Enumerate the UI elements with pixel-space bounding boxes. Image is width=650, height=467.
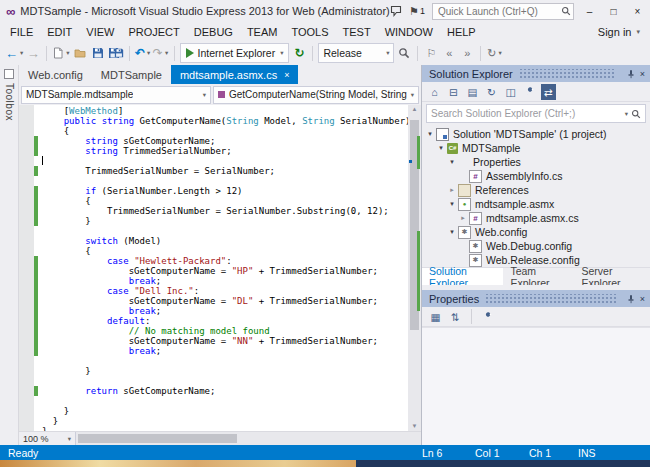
code-line[interactable]: TrimmedSerialNumber = SerialNumber;: [34, 166, 408, 176]
code-line[interactable]: // No matching model found: [34, 326, 408, 336]
code-line[interactable]: [WebMethod]: [34, 106, 408, 116]
tree-collapsed-icon[interactable]: ▸: [458, 214, 468, 222]
collapse-all-button[interactable]: ⊟: [446, 84, 461, 100]
code-line[interactable]: TrimmedSerialNumber = SerialNumber.Subst…: [34, 206, 408, 216]
maximize-button[interactable]: □: [605, 6, 622, 17]
editor-vertical-scrollbar[interactable]: ▲ ▼: [408, 105, 421, 431]
scroll-up-icon[interactable]: ▲: [412, 105, 418, 114]
tree-expanded-icon[interactable]: ▾: [447, 158, 457, 166]
menu-edit[interactable]: EDIT: [40, 24, 79, 40]
categorized-button[interactable]: ▦: [428, 309, 443, 325]
menu-window[interactable]: WINDOW: [378, 24, 440, 40]
code-line[interactable]: [34, 376, 408, 386]
refresh-browser-button[interactable]: ↻: [291, 43, 307, 63]
code-line[interactable]: if (SerialNumber.Length > 12): [34, 186, 408, 196]
view-code-button[interactable]: ◫: [503, 84, 518, 100]
menu-view[interactable]: VIEW: [79, 24, 121, 40]
tree-item[interactable]: ▸mdtsample.asmx.cs: [422, 211, 650, 225]
code-line[interactable]: string sGetComputerName;: [34, 136, 408, 146]
tree-expanded-icon[interactable]: ▾: [436, 144, 446, 152]
find-in-files-button[interactable]: [396, 43, 412, 63]
properties-button[interactable]: [522, 84, 537, 100]
zoom-dropdown[interactable]: 100 % ▾: [19, 432, 76, 445]
pin-icon[interactable]: [626, 69, 636, 79]
navigate-forward-button[interactable]: →: [25, 43, 41, 63]
save-button[interactable]: [90, 43, 106, 63]
menu-help[interactable]: HELP: [440, 24, 483, 40]
close-panel-icon[interactable]: ×: [640, 294, 645, 304]
tree-item[interactable]: ▾Solution 'MDTSample' (1 project): [422, 127, 650, 141]
code-line[interactable]: }: [34, 216, 408, 226]
solution-explorer-search[interactable]: Search Solution Explorer (Ctrl+;) ▾: [426, 104, 646, 123]
new-file-button[interactable]: ▾: [52, 43, 69, 63]
redo-button[interactable]: ↷▾: [153, 43, 169, 63]
tree-collapsed-icon[interactable]: ▸: [447, 186, 457, 194]
code-line[interactable]: break;: [34, 306, 408, 316]
quick-launch-input[interactable]: [432, 3, 574, 20]
tree-item[interactable]: Web.Debug.config: [422, 239, 650, 253]
save-all-button[interactable]: [108, 43, 124, 63]
types-dropdown[interactable]: MDTSample.mdtsample ▾: [21, 86, 211, 104]
code-line[interactable]: sGetComputerName = "NN" + TrimmedSerialN…: [34, 336, 408, 346]
close-button[interactable]: ×: [629, 6, 646, 17]
previous-bookmark-button[interactable]: «: [441, 43, 457, 63]
pin-icon[interactable]: [626, 294, 636, 304]
tree-item[interactable]: ▸References: [422, 183, 650, 197]
code-line[interactable]: {: [34, 196, 408, 206]
toggle-bookmark-button[interactable]: ⚐: [423, 43, 439, 63]
tree-item[interactable]: AssemblyInfo.cs: [422, 169, 650, 183]
code-line[interactable]: case "Dell Inc.":: [34, 286, 408, 296]
code-line[interactable]: public string GetComputerName(String Mod…: [34, 116, 408, 126]
code-line[interactable]: string TrimmedSerialNumber;: [34, 146, 408, 156]
code-line[interactable]: switch (Model): [34, 236, 408, 246]
tree-expanded-icon[interactable]: ▾: [425, 130, 435, 138]
alphabetical-button[interactable]: ⇅: [448, 309, 463, 325]
property-pages-button[interactable]: [480, 309, 495, 325]
properties-grid[interactable]: [422, 327, 650, 445]
code-line[interactable]: {: [34, 246, 408, 256]
menu-project[interactable]: PROJECT: [121, 24, 186, 40]
code-line[interactable]: [34, 396, 408, 406]
scroll-down-icon[interactable]: ▼: [412, 422, 418, 431]
code-line[interactable]: sGetComputerName = "DL" + TrimmedSerialN…: [34, 296, 408, 306]
tree-item[interactable]: ▾mdtsample.asmx: [422, 197, 650, 211]
menu-file[interactable]: FILE: [3, 24, 40, 40]
code-line[interactable]: [34, 226, 408, 236]
open-file-button[interactable]: [72, 43, 88, 63]
tree-item[interactable]: ▾MDTSample: [422, 141, 650, 155]
code-line[interactable]: default:: [34, 316, 408, 326]
close-tab-icon[interactable]: ×: [284, 70, 289, 80]
refresh-button[interactable]: ↻: [484, 84, 499, 100]
sign-in-button[interactable]: Sign in ▾: [598, 26, 650, 38]
code-line[interactable]: [34, 356, 408, 366]
navigate-backward-button[interactable]: ←▾: [5, 43, 23, 63]
browser-link-refresh-button[interactable]: ↻▾: [486, 43, 502, 63]
code-line[interactable]: case "Hewlett-Packard":: [34, 256, 408, 266]
editor-gutter[interactable]: [19, 105, 34, 431]
code-line[interactable]: sGetComputerName = "HP" + TrimmedSerialN…: [34, 266, 408, 276]
menu-debug[interactable]: DEBUG: [187, 24, 240, 40]
close-panel-icon[interactable]: ×: [640, 69, 645, 79]
minimize-button[interactable]: –: [581, 6, 598, 17]
toolbox-tab[interactable]: Toolbox: [0, 65, 19, 445]
tab-mdtsample.asmx.cs[interactable]: mdtsample.asmx.cs×: [171, 65, 298, 84]
code-line[interactable]: break;: [34, 346, 408, 356]
feedback-icon[interactable]: [390, 5, 402, 17]
tree-expanded-icon[interactable]: ▾: [447, 200, 457, 208]
code-line[interactable]: return sGetComputerName;: [34, 386, 408, 396]
tool-tab-team-explorer[interactable]: Team Explorer: [503, 268, 574, 285]
tab-MDTSample[interactable]: MDTSample: [92, 65, 171, 84]
tree-item[interactable]: ▾Web.config: [422, 225, 650, 239]
code-line[interactable]: }: [34, 366, 408, 376]
code-line[interactable]: [34, 156, 408, 166]
hscroll-track[interactable]: [76, 432, 421, 445]
solution-explorer-header[interactable]: Solution Explorer ×: [422, 65, 650, 82]
notifications-flag-icon[interactable]: ⚑1: [409, 5, 425, 18]
code-editor[interactable]: [WebMethod] public string GetComputerNam…: [34, 105, 408, 431]
sync-with-active-document-button[interactable]: ⇄: [541, 84, 556, 100]
code-line[interactable]: [34, 176, 408, 186]
tree-item[interactable]: ▾Properties: [422, 155, 650, 169]
menu-team[interactable]: TEAM: [240, 24, 285, 40]
tab-Web.config[interactable]: Web.config: [19, 65, 92, 84]
hscroll-thumb[interactable]: [78, 434, 237, 443]
